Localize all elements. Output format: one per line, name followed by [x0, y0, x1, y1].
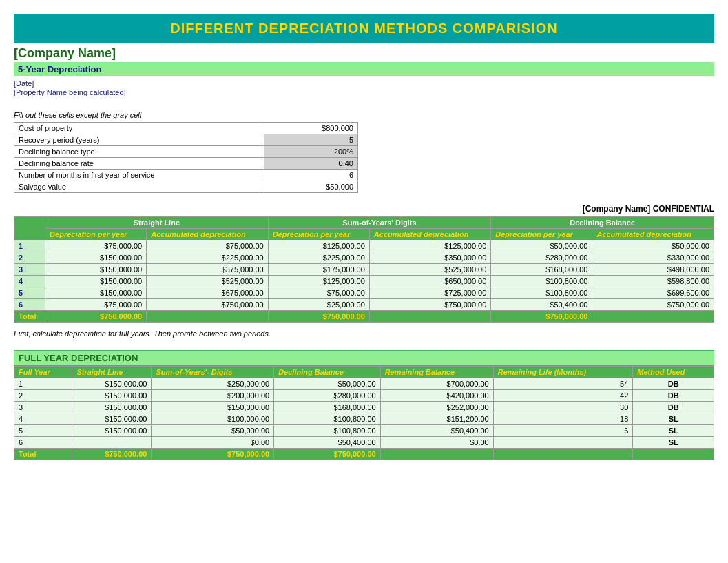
date-field: [Date] [14, 79, 714, 88]
fy-value-cell: $100,800.00 [274, 413, 380, 425]
fy-total-cell [633, 449, 714, 460]
fy-value-cell: $0.00 [380, 437, 493, 449]
fy-value-cell: $151,200.00 [380, 413, 493, 425]
dep-value-cell: $330,000.00 [592, 252, 714, 264]
dep-value-cell: $75,000.00 [268, 287, 369, 299]
full-year-table: Full YearStraight LineSum-of-Years'- Dig… [14, 366, 714, 460]
dep-value-cell: $125,000.00 [268, 240, 369, 252]
fy-year-cell: 5 [14, 425, 72, 437]
fy-value-cell: $50,400.00 [274, 437, 380, 449]
dep-value-cell: $150,000.00 [45, 252, 147, 264]
total-cell: $750,000.00 [491, 311, 592, 323]
fill-note: Fill out these cells except the gray cel… [14, 111, 714, 119]
dep-value-cell: $750,000.00 [592, 299, 714, 311]
dep-sub-header: Depreciation per year [491, 229, 592, 240]
fy-method-cell: DB [633, 378, 714, 390]
fy-value-cell: $50,000.00 [274, 378, 380, 390]
dep-value-cell: $100,800.00 [491, 287, 592, 299]
dep-value-cell: $125,000.00 [268, 276, 369, 287]
fy-value-cell: 42 [493, 390, 633, 402]
dep-value-cell: $750,000.00 [147, 299, 268, 311]
input-value: 5 [264, 134, 357, 146]
dep-value-cell: $150,000.00 [45, 264, 147, 276]
dep-value-cell: $75,000.00 [45, 240, 147, 252]
input-label: Recovery period (years) [14, 134, 264, 146]
dep-value-cell: $725,000.00 [369, 287, 490, 299]
dep-sub-header: Accumulated depreciation [369, 229, 490, 240]
section-5year-header: 5-Year Depreciation [14, 62, 714, 76]
year-cell: 4 [14, 276, 45, 287]
fy-value-cell: $280,000.00 [274, 390, 380, 402]
fy-value-cell: $100,800.00 [274, 425, 380, 437]
fy-value-cell: $150,000.00 [72, 378, 152, 390]
dep-value-cell: $75,000.00 [147, 240, 268, 252]
total-cell: $750,000.00 [45, 311, 147, 323]
fy-value-cell: $252,000.00 [380, 402, 493, 413]
fy-value-cell: $50,000.00 [152, 425, 274, 437]
main-title: DIFFERENT DEPRECIATION METHODS COMPARISI… [14, 14, 714, 43]
dep-value-cell: $50,400.00 [491, 299, 592, 311]
input-value: $800,000 [264, 123, 357, 134]
dep-sub-header: Accumulated depreciation [592, 229, 714, 240]
dep-value-cell: $150,000.00 [45, 287, 147, 299]
year-cell: 1 [14, 240, 45, 252]
fy-method-cell: SL [633, 413, 714, 425]
input-label: Declining balance type [14, 146, 264, 158]
dep-value-cell: $225,000.00 [147, 252, 268, 264]
dep-value-cell: $350,000.00 [369, 252, 490, 264]
fy-value-cell: $700,000.00 [380, 378, 493, 390]
dep-sub-header: Depreciation per year [45, 229, 147, 240]
fy-header: Full Year [14, 367, 72, 378]
syd-group-header: Sum-of-Years' Digits [268, 217, 491, 229]
dep-value-cell: $498,000.00 [592, 264, 714, 276]
year-header [14, 217, 45, 240]
dep-value-cell: $750,000.00 [369, 299, 490, 311]
fy-value-cell: $200,000.00 [152, 390, 274, 402]
dep-value-cell: $50,000.00 [592, 240, 714, 252]
fy-value-cell: 18 [493, 413, 633, 425]
sl-group-header: Straight Line [45, 217, 269, 229]
full-year-header: FULL YEAR DEPRECIATION [14, 350, 714, 366]
input-label: Number of months in first year of servic… [14, 170, 264, 181]
fy-year-cell: 2 [14, 390, 72, 402]
fy-value-cell: $250,000.00 [152, 378, 274, 390]
fy-total-cell: Total [14, 449, 72, 460]
dep-value-cell: $150,000.00 [45, 276, 147, 287]
dep-value-cell: $375,000.00 [147, 264, 268, 276]
fy-value-cell: 54 [493, 378, 633, 390]
property-field: [Property Name being calculated] [14, 88, 714, 96]
fy-header: Declining Balance [274, 367, 380, 378]
total-cell: Total [14, 311, 45, 323]
fy-total-cell [493, 449, 633, 460]
dep-value-cell: $699,600.00 [592, 287, 714, 299]
fy-value-cell: $0.00 [152, 437, 274, 449]
fy-value-cell: $100,000.00 [152, 413, 274, 425]
dep-value-cell: $598,800.00 [592, 276, 714, 287]
fy-value-cell: $150,000.00 [72, 425, 152, 437]
fy-header: Sum-of-Years'- Digits [152, 367, 274, 378]
input-value: 6 [264, 170, 357, 181]
input-value: 0.40 [264, 158, 357, 170]
year-cell: 2 [14, 252, 45, 264]
confidential-line: [Company Name] CONFIDENTIAL [14, 204, 714, 214]
input-value: 200% [264, 146, 357, 158]
fy-value-cell [72, 437, 152, 449]
input-value: $50,000 [264, 181, 357, 193]
total-cell [592, 311, 714, 323]
dep-sub-header: Depreciation per year [268, 229, 369, 240]
fy-value-cell: $168,000.00 [274, 402, 380, 413]
dep-value-cell: $25,000.00 [268, 299, 369, 311]
fy-method-cell: DB [633, 390, 714, 402]
fy-total-cell: $750,000.00 [274, 449, 380, 460]
fy-year-cell: 3 [14, 402, 72, 413]
dep-value-cell: $675,000.00 [147, 287, 268, 299]
fy-header: Method Used [633, 367, 714, 378]
dep-value-cell: $125,000.00 [369, 240, 490, 252]
fy-value-cell: $420,000.00 [380, 390, 493, 402]
input-label: Cost of property [14, 123, 264, 134]
input-label: Salvage value [14, 181, 264, 193]
fy-value-cell: $150,000.00 [152, 402, 274, 413]
fy-value-cell: 6 [493, 425, 633, 437]
total-cell [147, 311, 268, 323]
dep-value-cell: $225,000.00 [268, 252, 369, 264]
